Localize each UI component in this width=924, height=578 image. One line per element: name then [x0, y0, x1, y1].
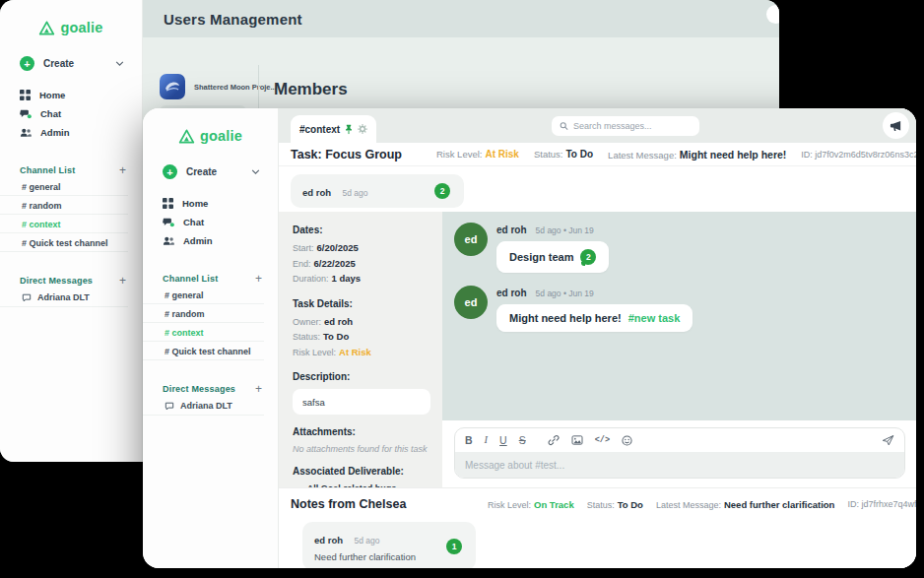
message-timestamp: 5d ago • Jun 19	[536, 289, 594, 298]
dm-adriana-dlt[interactable]: Adriana DLT	[0, 288, 128, 307]
channel-quick-test[interactable]: # Quick test channel	[143, 342, 264, 360]
collapsed-thread-card[interactable]: ed roh 5d ago 2	[291, 174, 464, 208]
on-track-badge: On Track	[534, 499, 574, 510]
pin-icon[interactable]	[345, 124, 353, 135]
logo-text: goalie	[60, 20, 102, 35]
search-bar[interactable]	[552, 116, 699, 136]
code-button[interactable]: </>	[595, 435, 610, 445]
channel-random[interactable]: # random	[143, 304, 264, 323]
notes-count-badge[interactable]: 1	[446, 539, 462, 554]
start-date-row: Start:6/20/2025	[293, 242, 429, 253]
nav-admin[interactable]: Admin	[0, 123, 142, 142]
thread-reply-badge[interactable]: 2	[580, 249, 596, 265]
italic-button[interactable]: I	[485, 435, 489, 446]
plus-icon: +	[20, 56, 34, 71]
speech-bubble-icon	[165, 402, 174, 411]
members-title: Members	[274, 80, 348, 99]
speech-bubble-icon	[22, 293, 32, 302]
sidebar-nav: Home Chat Admin	[143, 194, 278, 250]
task-id: ID: jd7f0v2m6d5tv8rz06ns3c23nd7j5jp7	[801, 150, 916, 160]
latest-message-value: Might need help here!	[680, 149, 787, 161]
status-value: To Do	[566, 149, 594, 160]
underline-button[interactable]: U	[499, 435, 507, 446]
logo-text: goalie	[200, 128, 242, 144]
avatar[interactable]: ed	[454, 223, 488, 256]
strikethrough-button[interactable]: S	[519, 435, 526, 446]
end-date-row: End:6/22/2025	[293, 258, 429, 269]
create-button[interactable]: + Create	[163, 164, 260, 179]
nav-admin[interactable]: Admin	[143, 231, 278, 250]
risk-level-field: Risk Level:At Risk	[436, 149, 519, 160]
dates-heading: Dates:	[293, 225, 429, 235]
attachments-empty-text: No attachments found for this task	[293, 444, 429, 454]
channel-general[interactable]: # general	[143, 286, 264, 304]
risk-row: Risk Level:At Risk	[293, 347, 429, 357]
notes-latest-field: Latest Message:Need further clarificatio…	[656, 499, 835, 510]
notes-thread-card[interactable]: ed roh 5d ago Need further clarification…	[302, 522, 476, 568]
task-main-row: Dates: Start:6/20/2025 End:6/22/2025 Dur…	[279, 212, 916, 487]
message-list: ed ed roh 5d ago • Jun 19 Design team 2	[442, 212, 916, 420]
chat-icon	[20, 109, 32, 119]
gear-icon[interactable]	[358, 124, 367, 134]
send-button[interactable]	[882, 434, 894, 446]
direct-messages-section: Direct Messages +	[20, 276, 126, 286]
channel-context[interactable]: # context	[143, 323, 264, 342]
message-design-team: ed ed roh 5d ago • Jun 19 Design team 2	[454, 223, 916, 273]
composer-toolbar: B I U S	[455, 428, 904, 452]
tab-context[interactable]: #context	[291, 115, 376, 143]
emoji-button[interactable]	[622, 435, 632, 446]
goalie-logo-icon	[178, 129, 195, 144]
link-button[interactable]	[548, 434, 560, 446]
chevron-down-icon	[251, 169, 260, 174]
channel-general[interactable]: # general	[0, 177, 128, 196]
notes-status-field: Status:To Do	[587, 499, 643, 510]
megaphone-icon	[890, 120, 902, 132]
description-input[interactable]	[293, 389, 430, 415]
collapsed-thread-strip: ed roh 5d ago 2	[279, 166, 916, 212]
task-header-row: Task: Focus Group Risk Level:At Risk Sta…	[279, 143, 916, 166]
avatar[interactable]: ed	[454, 286, 488, 319]
notes-risk-field: Risk Level:On Track	[488, 499, 574, 510]
channel-quick-test[interactable]: # Quick test channel	[0, 233, 128, 252]
image-button[interactable]	[571, 435, 583, 445]
channel-random[interactable]: # random	[0, 196, 128, 215]
people-icon	[163, 236, 174, 246]
message-bubble[interactable]: Design team 2	[496, 241, 609, 273]
nav-home[interactable]: Home	[143, 194, 278, 213]
latest-message-field: Latest Message:Might need help here!	[608, 149, 786, 161]
emoji-icon	[622, 435, 632, 446]
desktop-canvas: Users Management Shattered Moon Proje...…	[0, 0, 924, 578]
nav-chat[interactable]: Chat	[143, 213, 278, 231]
home-grid-icon	[20, 90, 31, 100]
create-button[interactable]: + Create	[20, 56, 124, 71]
goalie-logo-icon	[38, 21, 55, 35]
search-input[interactable]	[573, 121, 692, 131]
add-channel-button[interactable]: +	[119, 165, 126, 175]
send-icon	[882, 434, 894, 446]
message-bubble[interactable]: Might need help here! #new task	[496, 304, 693, 332]
add-dm-button[interactable]: +	[119, 276, 126, 286]
reply-count-badge[interactable]: 2	[434, 183, 450, 199]
window-corner-button[interactable]	[766, 5, 779, 24]
nav-home[interactable]: Home	[0, 86, 142, 104]
notes-header-row: Notes from Chelsea Risk Level:On Track S…	[279, 487, 916, 520]
owner-row: Owner:ed roh	[293, 316, 429, 327]
message-input[interactable]	[455, 452, 904, 478]
hashtag-link[interactable]: #new task	[628, 312, 681, 324]
add-channel-button[interactable]: +	[255, 274, 262, 284]
attachments-heading: Attachments:	[293, 426, 429, 437]
users-management-header: Users Management	[143, 0, 779, 37]
sidebar-nav: Home Chat Admin	[0, 86, 142, 142]
notes-id: ID: jd7frhxe7q4wfbzzy6ajvwfvjh7g3m3n	[847, 499, 916, 509]
bold-button[interactable]: B	[465, 435, 473, 446]
back-sidebar: goalie + Create Home Chat	[0, 0, 143, 462]
channel-context[interactable]: # context	[0, 215, 128, 233]
chevron-down-icon	[115, 61, 124, 66]
announcement-button[interactable]	[883, 112, 909, 139]
chat-column: ed ed roh 5d ago • Jun 19 Design team 2	[442, 212, 916, 487]
nav-chat[interactable]: Chat	[0, 104, 142, 123]
dm-adriana-dlt[interactable]: Adriana DLT	[143, 396, 264, 416]
add-dm-button[interactable]: +	[255, 384, 262, 394]
deliverable-heading: Associated Deliverable:	[293, 466, 429, 477]
project-icon	[160, 74, 185, 99]
